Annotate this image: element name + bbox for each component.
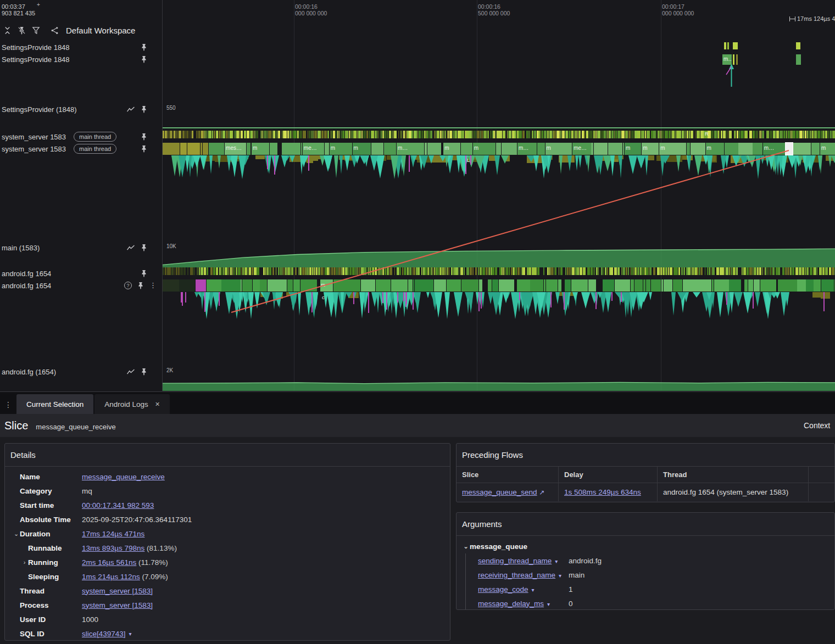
- mini-slice[interactable]: [796, 54, 801, 65]
- slice-track-android-fg-b[interactable]: [163, 279, 835, 292]
- duration-link[interactable]: 17ms 124µs 471ns: [82, 530, 144, 538]
- thread-state-track-system-server[interactable]: [163, 155, 835, 184]
- chart-icon[interactable]: [126, 369, 135, 375]
- pin-icon[interactable]: [137, 282, 144, 289]
- pin-icon[interactable]: [140, 55, 148, 63]
- track-name: SettingsProvide 1848: [2, 43, 70, 52]
- time-tick-2: 00:00:16500 000 000: [478, 3, 510, 16]
- slice-micro-label: c: [322, 295, 325, 300]
- track-row-android-fg-a[interactable]: android.fg 1654: [0, 267, 162, 279]
- selection-duration-marker: 17ms 124µs 471: [789, 15, 835, 22]
- unpin-all-icon[interactable]: [18, 26, 26, 35]
- track-panel-divider[interactable]: [162, 0, 163, 391]
- mini-slice[interactable]: m…: [722, 54, 732, 65]
- flow-extra: [808, 483, 834, 501]
- running-link[interactable]: 2ms 16µs 561ns: [82, 558, 136, 567]
- track-row-settingsprovide-a[interactable]: SettingsProvide 1848: [0, 41, 162, 53]
- track-row-system-server-b[interactable]: system_server 1583 main thread: [0, 143, 162, 155]
- dropdown-caret-icon[interactable]: ▾: [532, 587, 535, 593]
- runnable-link[interactable]: 13ms 893µs 798ns: [82, 544, 144, 552]
- filter-icon[interactable]: [32, 26, 40, 35]
- context-button[interactable]: Context: [804, 414, 835, 437]
- gridline: [661, 0, 661, 391]
- chart-icon[interactable]: [126, 107, 135, 113]
- detail-row-sleeping: Sleeping 1ms 214µs 112ns (7.09%): [5, 569, 450, 584]
- dropdown-caret-icon[interactable]: ▾: [555, 558, 558, 564]
- pin-icon[interactable]: [140, 270, 148, 277]
- thread-state-track-android-fg[interactable]: [163, 292, 835, 332]
- mini-slice[interactable]: [724, 42, 726, 49]
- thread-link[interactable]: system_server [1583]: [82, 587, 153, 595]
- perfetto-trace-viewer: 00:03:37903 821 435 + 00:00:16000 000 00…: [0, 0, 835, 644]
- flow-slice-link[interactable]: message_queue_send: [462, 488, 537, 496]
- slice-track-system-server-a[interactable]: [163, 131, 835, 138]
- selection-header: Slice message_queue_receive Context: [0, 414, 835, 437]
- argument-key-link[interactable]: sending_thread_name: [478, 557, 552, 565]
- track-row-android-fg-counter[interactable]: android.fg (1654): [0, 366, 162, 378]
- workspace-title[interactable]: Default Workspace: [66, 26, 135, 35]
- detail-row-thread: Thread system_server [1583]: [5, 584, 450, 598]
- argument-value: 0: [569, 600, 573, 608]
- open-in-new-icon[interactable]: ↗: [539, 489, 545, 496]
- help-icon[interactable]: ?: [124, 282, 132, 289]
- chevron-right-icon[interactable]: ›: [21, 559, 28, 565]
- dropdown-caret-icon[interactable]: ▾: [547, 601, 550, 607]
- pin-icon[interactable]: [140, 43, 148, 51]
- counter-max-label: 10K: [166, 243, 176, 249]
- track-row-main-counter[interactable]: main (1583): [0, 242, 162, 254]
- mini-slice[interactable]: [796, 42, 800, 49]
- mini-slice[interactable]: [736, 54, 738, 65]
- pin-icon[interactable]: [140, 105, 148, 113]
- mini-slice[interactable]: [727, 42, 729, 49]
- start-time-link[interactable]: 00:00:17.341 982 593: [82, 501, 154, 509]
- chart-icon[interactable]: [126, 245, 135, 251]
- name-link[interactable]: message_queue_receive: [82, 473, 165, 481]
- slice-track-system-server-b[interactable]: mes…mme…mmm…mmm…mme…mmmmm…mm: [163, 143, 835, 155]
- process-link[interactable]: system_server [1583]: [82, 601, 153, 609]
- pin-icon[interactable]: [140, 368, 148, 376]
- mini-slice[interactable]: [733, 42, 738, 49]
- close-icon[interactable]: ✕: [155, 401, 160, 408]
- chevron-down-icon[interactable]: ⌄: [462, 543, 470, 550]
- pin-icon[interactable]: [140, 244, 148, 251]
- counter-chart-main[interactable]: [163, 242, 835, 267]
- timeline-panel: 00:03:37903 821 435 + 00:00:16000 000 00…: [0, 0, 835, 391]
- selected-slice[interactable]: [785, 142, 793, 155]
- dropdown-caret-icon[interactable]: ▾: [129, 631, 132, 637]
- argument-key-link[interactable]: message_code: [478, 585, 528, 593]
- pin-icon[interactable]: [140, 133, 148, 141]
- argument-value: main: [569, 571, 584, 579]
- slice-track-android-fg-a[interactable]: [163, 267, 835, 275]
- dropdown-caret-icon[interactable]: ▾: [559, 573, 561, 579]
- track-row-settingsprovide-b[interactable]: SettingsProvide 1848: [0, 53, 162, 65]
- track-row-settingsprovider-counter[interactable]: SettingsProvider (1848): [0, 103, 162, 115]
- track-name: system_server 1583: [2, 133, 66, 141]
- selection-title: message_queue_receive: [36, 423, 115, 431]
- counter-chart-settingsprovider[interactable]: [163, 103, 835, 128]
- track-row-android-fg-b[interactable]: android.fg 1654 ? ⋮: [0, 279, 162, 292]
- collapse-all-icon[interactable]: [3, 26, 12, 35]
- tab-menu-icon[interactable]: ⋮: [0, 400, 16, 414]
- preceding-flows-title: Preceding Flows: [457, 444, 834, 467]
- details-card-title: Details: [5, 444, 450, 467]
- track-row-system-server-a[interactable]: system_server 1583 main thread: [0, 131, 162, 143]
- tab-current-selection[interactable]: Current Selection: [16, 394, 93, 414]
- kebab-menu-icon[interactable]: ⋮: [149, 282, 157, 289]
- detail-row-user-id: User ID 1000: [5, 612, 450, 626]
- chevron-down-icon[interactable]: ⌄: [13, 530, 20, 537]
- arguments-card: Arguments ⌄ message_queue sending_thread…: [456, 512, 835, 610]
- sleeping-link[interactable]: 1ms 214µs 112ns: [82, 573, 140, 581]
- flow-thread-text: android.fg 1654 (system_server 1583): [657, 483, 808, 501]
- gridline: [294, 0, 294, 391]
- sql-id-link[interactable]: slice[439743]: [82, 630, 126, 638]
- time-tick-1: 00:00:16000 000 000: [295, 3, 327, 16]
- counter-chart-android-fg[interactable]: [163, 366, 835, 391]
- tab-label: Current Selection: [26, 400, 84, 408]
- argument-group-row[interactable]: ⌄ message_queue: [457, 539, 834, 553]
- tab-android-logs[interactable]: Android Logs ✕: [94, 394, 170, 414]
- pin-icon[interactable]: [140, 145, 148, 153]
- mini-slice[interactable]: [733, 54, 734, 65]
- argument-key-link[interactable]: message_delay_ms: [478, 600, 544, 608]
- flow-delay-link[interactable]: 1s 508ms 249µs 634ns: [564, 488, 641, 496]
- argument-key-link[interactable]: receiving_thread_name: [478, 571, 555, 579]
